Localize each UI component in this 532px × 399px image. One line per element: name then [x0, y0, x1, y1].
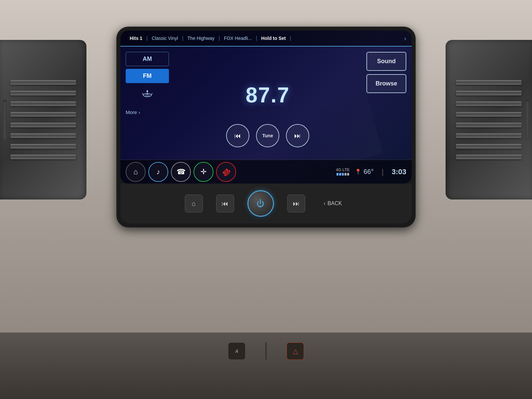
vent-slat: [10, 144, 76, 149]
auto-icon: A: [235, 348, 238, 354]
physical-fwd-icon: ⏭: [293, 200, 300, 207]
infotainment-unit: Hits 1 | Classic Vinyl | The Highway | F…: [116, 27, 416, 227]
preset-highway[interactable]: The Highway: [184, 36, 219, 41]
dashboard: Hits 1 | Classic Vinyl | The Highway | F…: [0, 0, 532, 399]
fast-forward-button[interactable]: ⏭: [286, 124, 309, 147]
vent-slat: [10, 101, 76, 106]
satellite-icon: [141, 88, 153, 103]
location-icon: 📍: [355, 169, 361, 175]
power-icon: ⏻: [257, 199, 265, 208]
vent-slat: [456, 123, 522, 127]
preset-hold[interactable]: Hold to Set: [257, 36, 290, 41]
bottom-strip: A △: [0, 332, 532, 399]
svg-line-3: [142, 93, 143, 95]
vent-slat: [10, 80, 76, 85]
hazard-icon: △: [293, 347, 298, 355]
vent-slat: [456, 112, 522, 117]
vent-slat: [10, 123, 76, 127]
preset-bar: Hits 1 | Classic Vinyl | The Highway | F…: [120, 31, 412, 47]
source-selector: AM FM: [126, 52, 169, 178]
vent-slat: [10, 155, 76, 159]
power-knob[interactable]: ⏻: [247, 190, 274, 217]
phone-icon: ☎: [177, 168, 186, 176]
center-content: 87.7 ⏮ Tune ⏭: [173, 52, 362, 178]
status-info: 4G LTE 📍 66°: [336, 167, 406, 177]
more-button[interactable]: More ›: [126, 108, 169, 116]
tune-button[interactable]: Tune: [256, 124, 279, 147]
vent-slat: [10, 112, 76, 117]
physical-fwd-button[interactable]: ⏭: [287, 195, 305, 212]
action-buttons: Sound Browse: [366, 52, 406, 178]
home-nav-button[interactable]: ⌂: [126, 162, 146, 182]
vent-left: [0, 40, 86, 200]
svg-line-4: [151, 93, 152, 95]
auto-indicator-button[interactable]: A: [228, 342, 245, 360]
fm-button[interactable]: FM: [126, 69, 169, 83]
preset-next-arrow[interactable]: ›: [404, 35, 406, 42]
end-call-button[interactable]: ☎: [216, 162, 236, 182]
screen-bezel: Hits 1 | Classic Vinyl | The Highway | F…: [116, 27, 416, 227]
lte-indicator: 4G LTE: [336, 168, 349, 176]
status-bar: ⌂ ♪ ☎ ✛ ☎: [120, 160, 412, 184]
end-call-icon: ☎: [220, 166, 232, 178]
temperature-display: 📍 66°: [355, 168, 373, 176]
svg-point-2: [147, 90, 148, 92]
vent-slat: [10, 91, 76, 95]
phone-nav-button[interactable]: ☎: [171, 162, 191, 182]
frequency-display: 87.7: [246, 83, 290, 107]
browse-button[interactable]: Browse: [366, 74, 406, 93]
physical-controls: ⌂ ⏮ ⏻ ⏭ ‹ BACK: [120, 184, 412, 223]
temperature-value: 66°: [363, 168, 373, 176]
home-icon: ⌂: [133, 168, 138, 176]
vent-slat: [456, 80, 522, 85]
am-button[interactable]: AM: [126, 52, 169, 66]
time-display: 3:03: [392, 168, 406, 176]
back-label: BACK: [328, 200, 342, 206]
navigation-icon: ✛: [200, 168, 206, 176]
hazard-button[interactable]: △: [287, 342, 304, 360]
vent-right: [446, 40, 532, 200]
preset-fox[interactable]: FOX Headli...: [220, 36, 256, 41]
vent-slat: [456, 101, 522, 106]
vent-slat: [456, 144, 522, 149]
music-nav-button[interactable]: ♪: [148, 162, 168, 182]
separator: [265, 342, 267, 360]
vent-slat: [456, 91, 522, 95]
physical-prev-button[interactable]: ⏮: [216, 195, 234, 212]
physical-back-button[interactable]: ‹ BACK: [319, 198, 347, 209]
music-icon: ♪: [157, 168, 160, 176]
transport-controls: ⏮ Tune ⏭: [226, 124, 309, 147]
physical-home-icon: ⌂: [192, 200, 196, 207]
back-chevron-icon: ‹: [324, 200, 326, 206]
physical-prev-icon: ⏮: [222, 200, 228, 207]
physical-home-button[interactable]: ⌂: [185, 195, 203, 212]
satellite-button[interactable]: [126, 86, 169, 105]
vent-slat: [456, 133, 522, 138]
preset-classic-vinyl[interactable]: Classic Vinyl: [148, 36, 182, 41]
sound-button[interactable]: Sound: [366, 52, 406, 71]
vent-slat: [10, 133, 76, 138]
vent-slat: [456, 155, 522, 159]
preset-hits1[interactable]: Hits 1: [126, 36, 146, 41]
navigation-button[interactable]: ✛: [194, 162, 213, 182]
rewind-button[interactable]: ⏮: [226, 124, 249, 147]
screen: Hits 1 | Classic Vinyl | The Highway | F…: [120, 31, 412, 184]
